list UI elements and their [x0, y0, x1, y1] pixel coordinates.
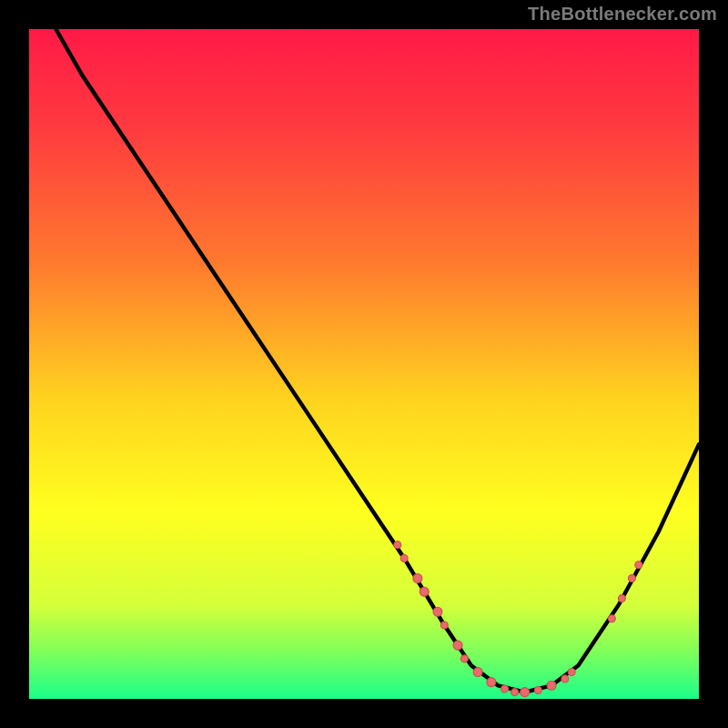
data-point	[547, 681, 556, 690]
data-point	[433, 607, 442, 616]
data-point	[473, 668, 482, 677]
data-point	[413, 574, 422, 583]
data-point	[618, 595, 625, 602]
plot-area	[29, 29, 699, 699]
markers-layer	[29, 29, 699, 699]
chart-container: TheBottlenecker.com	[0, 0, 728, 728]
data-point	[534, 686, 541, 693]
data-point	[521, 688, 530, 697]
data-point	[501, 685, 509, 693]
data-point	[511, 689, 519, 696]
data-point	[420, 587, 429, 596]
data-point	[440, 622, 448, 629]
data-point	[460, 655, 468, 662]
data-point	[453, 641, 462, 650]
data-point	[628, 575, 635, 582]
data-point	[394, 541, 401, 549]
data-point	[487, 678, 496, 687]
data-markers	[394, 541, 642, 697]
data-point	[561, 675, 569, 682]
data-point	[608, 615, 615, 622]
data-point	[635, 561, 642, 569]
attribution-text: TheBottlenecker.com	[528, 4, 717, 25]
data-point	[400, 554, 408, 561]
data-point	[568, 669, 575, 676]
